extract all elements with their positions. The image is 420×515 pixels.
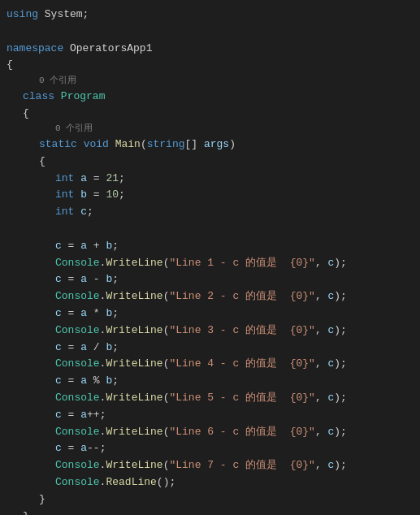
line-writeline-5: Console . WriteLine ( "Line 5 - c 的值是 {0… [0,390,420,407]
line-writeline-7: Console . WriteLine ( "Line 7 - c 的值是 {0… [0,457,420,474]
line-c-add: c = a + b ; [0,238,420,255]
hint-class: 0 个引用 [0,74,420,89]
hint-method: 0 个引用 [0,122,420,136]
line-close-class: } [0,509,420,516]
line-writeline-2: Console . WriteLine ( "Line 2 - c 的值是 {0… [0,288,420,305]
code-editor: using System; namespace OperatorsApp1 { … [0,0,420,515]
line-namespace: namespace OperatorsApp1 [0,41,420,58]
line-c-inc: c = a ++; [0,407,420,424]
line-c-mod: c = a % b ; [0,373,420,390]
line-c-mul: c = a * b ; [0,305,420,322]
line-c-dec: c = a --; [0,440,420,457]
line-c-sub: c = a - b ; [0,271,420,288]
line-int-b: int b = 10 ; [0,187,420,204]
line-writeline-1: Console . WriteLine ( "Line 1 - c 的值是 {0… [0,255,420,272]
line-open-main: { [0,154,420,171]
line-writeline-6: Console . WriteLine ( "Line 6 - c 的值是 {0… [0,424,420,441]
line-method: static void Main ( string [] args ) [0,136,420,154]
line-1: using System; [0,6,420,24]
line-class: class Program [0,89,420,106]
line-blank-2 [0,221,420,238]
line-open-ns: { [0,57,420,74]
keyword-using: using [6,6,38,24]
line-int-c: int c ; [0,204,420,221]
line-readline: Console . ReadLine (); [0,474,420,491]
line-int-a: int a = 21 ; [0,171,420,188]
line-close-main: } [0,491,420,509]
line-writeline-4: Console . WriteLine ( "Line 4 - c 的值是 {0… [0,356,420,373]
line-c-div: c = a / b ; [0,340,420,357]
line-writeline-3: Console . WriteLine ( "Line 3 - c 的值是 {0… [0,322,420,340]
line-blank-1 [0,24,420,41]
line-open-class: { [0,106,420,123]
